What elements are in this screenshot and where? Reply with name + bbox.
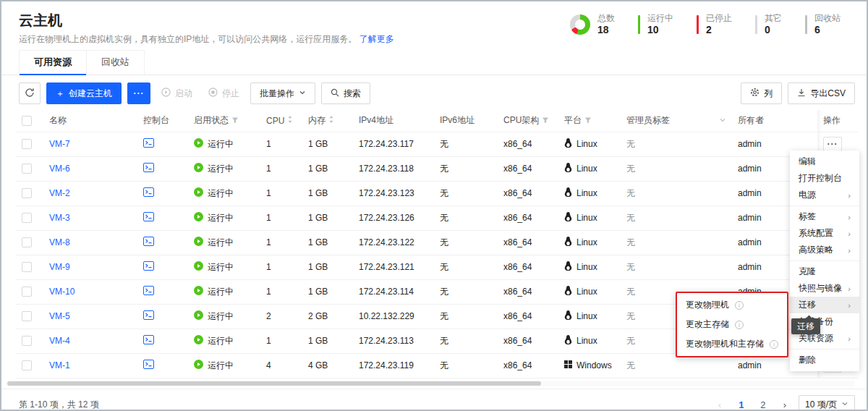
console-icon[interactable] (143, 360, 154, 369)
page-size-select[interactable]: 10 项/页 (799, 395, 855, 411)
filter-icon[interactable] (584, 116, 592, 126)
menu-item-1[interactable]: 打开控制台 (790, 170, 859, 187)
col-header-name[interactable]: 名称 (43, 110, 137, 132)
vm-name-link[interactable]: VM-10 (49, 287, 75, 297)
col-header-status[interactable]: 启用状态 (188, 110, 260, 132)
chevron-down-icon[interactable] (719, 116, 726, 126)
menu-item-9[interactable]: 快照与镜像› (790, 280, 859, 297)
filter-icon[interactable] (542, 116, 549, 126)
menu-item-0[interactable]: 编辑 (790, 153, 859, 170)
tab-available-resources[interactable]: 可用资源 (19, 50, 87, 75)
chevron-down-icon (841, 399, 848, 410)
ipv6-cell: 无 (434, 279, 498, 304)
menu-item-8[interactable]: 克隆 (790, 263, 859, 280)
col-header-platform[interactable]: 平台 (558, 110, 621, 132)
console-icon[interactable] (143, 310, 154, 320)
row-checkbox[interactable] (22, 311, 32, 321)
submenu-item-change-host-and-storage[interactable]: 更改物理机和主存储 i (677, 334, 787, 354)
row-checkbox[interactable] (22, 287, 32, 297)
row-actions-button[interactable]: ··· (823, 137, 842, 151)
stat-recycle-value: 6 (814, 24, 841, 36)
menu-item-label: 克隆 (799, 266, 816, 278)
admin-tag-cell: 无 (621, 206, 732, 230)
menu-item-6[interactable]: 高级策略› (790, 242, 859, 258)
linux-icon (564, 335, 572, 347)
console-icon[interactable] (143, 286, 154, 295)
submenu-item-change-primary-storage[interactable]: 更改主存储 i (677, 315, 787, 334)
search-button[interactable]: 搜索 (321, 82, 370, 104)
row-checkbox[interactable] (22, 237, 32, 247)
row-checkbox[interactable] (22, 139, 32, 149)
table-row[interactable]: VM-3 运行中 1 1 GB 172.24.23.126 无 x86_64 L… (16, 206, 858, 230)
console-icon[interactable] (143, 138, 154, 148)
col-header-admin-tag[interactable]: 管理员标签 (621, 110, 732, 132)
filter-icon[interactable] (231, 116, 239, 126)
vm-name-link[interactable]: VM-2 (49, 188, 70, 198)
vm-name-link[interactable]: VM-4 (49, 336, 70, 346)
vm-name-link[interactable]: VM-8 (49, 237, 70, 247)
table-row[interactable]: VM-2 运行中 1 1 GB 172.24.23.123 无 x86_64 L… (16, 181, 858, 206)
platform-label: Linux (576, 262, 597, 272)
batch-actions-button[interactable]: 批量操作 (250, 82, 315, 104)
learn-more-link[interactable]: 了解更多 (359, 34, 394, 44)
row-checkbox[interactable] (22, 336, 32, 346)
vm-name-link[interactable]: VM-1 (49, 360, 70, 370)
tab-recycle-bin[interactable]: 回收站 (87, 50, 145, 75)
horizontal-scrollbar[interactable] (7, 381, 855, 386)
page-button-1[interactable]: 1 (733, 396, 749, 411)
col-header-cpu-arch[interactable]: CPU架构 (498, 110, 558, 132)
horizontal-scrollbar-thumb[interactable] (7, 381, 541, 386)
sort-icon[interactable] (287, 115, 293, 126)
row-checkbox[interactable] (22, 360, 32, 370)
create-vm-button[interactable]: ＋ 创建云主机 (46, 82, 122, 104)
refresh-button[interactable] (19, 82, 41, 104)
next-page-button[interactable]: › (777, 396, 793, 411)
prev-page-button[interactable]: ‹ (712, 396, 728, 411)
ipv6-cell: 无 (434, 329, 498, 353)
console-icon[interactable] (143, 261, 154, 271)
submenu-item-label: 更改物理机和主存储 (686, 338, 764, 350)
console-icon[interactable] (143, 237, 154, 246)
page-subtitle: 运行在物理机上的虚拟机实例，具有独立的IP地址，可以访问公共网络，运行应用服务。… (19, 33, 394, 46)
vm-name-link[interactable]: VM-7 (49, 139, 70, 149)
table-row[interactable]: VM-6 运行中 1 1 GB 172.24.23.118 无 x86_64 L… (16, 156, 858, 181)
row-checkbox[interactable] (22, 188, 32, 198)
cpu-cell: 1 (260, 181, 302, 206)
vm-name-link[interactable]: VM-6 (49, 164, 70, 174)
table-row[interactable]: VM-9 运行中 1 1 GB 172.24.23.121 无 x86_64 L… (16, 255, 858, 279)
stop-button[interactable]: 停止 (203, 82, 244, 104)
vm-name-link[interactable]: VM-5 (49, 311, 70, 321)
create-more-button[interactable]: ··· (127, 82, 150, 104)
console-icon[interactable] (143, 335, 154, 344)
admin-tag-cell: 无 (621, 132, 732, 156)
columns-button[interactable]: 列 (741, 82, 782, 104)
console-icon[interactable] (143, 187, 154, 197)
row-checkbox[interactable] (22, 213, 32, 223)
menu-item-2[interactable]: 电源› (790, 187, 859, 203)
menu-item-4[interactable]: 标签› (790, 208, 859, 225)
ipv6-cell: 无 (434, 206, 498, 230)
table-row[interactable]: VM-8 运行中 1 1 GB 172.24.23.122 无 x86_64 L… (16, 230, 858, 255)
start-button[interactable]: 启动 (156, 82, 197, 104)
menu-item-5[interactable]: 系统配置› (790, 225, 859, 242)
row-checkbox[interactable] (22, 262, 32, 272)
memory-cell: 1 GB (302, 255, 353, 279)
page-button-2[interactable]: 2 (755, 396, 771, 411)
linux-icon (564, 163, 572, 174)
console-icon[interactable] (143, 163, 154, 172)
export-csv-button[interactable]: 导出CSV (788, 82, 855, 104)
col-header-memory[interactable]: 内存 (302, 110, 353, 132)
console-icon[interactable] (143, 212, 154, 221)
menu-item-14[interactable]: 删除 (790, 352, 859, 368)
col-header-cpu[interactable]: CPU (260, 110, 302, 132)
gear-icon (750, 88, 760, 99)
stat-running-bar (638, 15, 640, 34)
table-row[interactable]: VM-7 运行中 1 1 GB 172.24.23.117 无 x86_64 L… (16, 132, 858, 156)
row-checkbox[interactable] (22, 164, 32, 174)
menu-item-10[interactable]: 迁移› (790, 297, 859, 313)
sort-icon[interactable] (328, 115, 334, 126)
header-checkbox[interactable] (22, 116, 32, 126)
vm-name-link[interactable]: VM-9 (49, 262, 70, 272)
submenu-item-change-host[interactable]: 更改物理机 i (677, 295, 787, 315)
vm-name-link[interactable]: VM-3 (49, 213, 70, 223)
